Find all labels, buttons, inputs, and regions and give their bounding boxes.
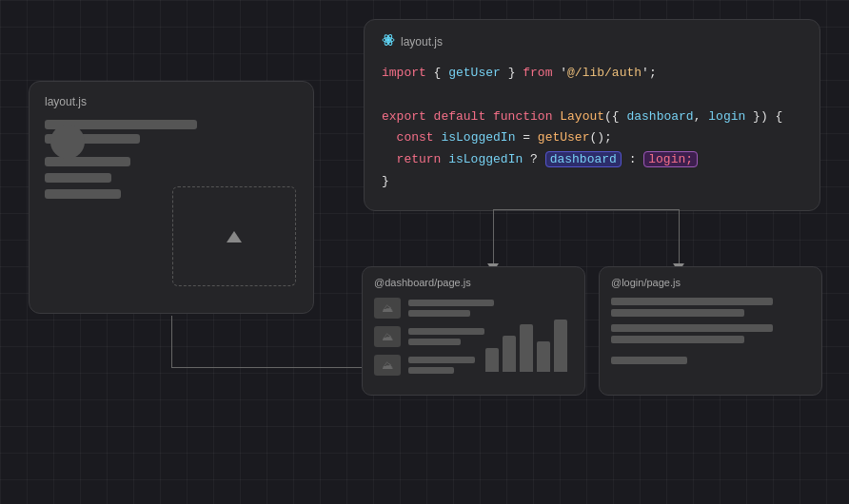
dash-bar bbox=[408, 300, 494, 306]
image-icon-3: ⛰ bbox=[382, 359, 393, 373]
mock-avatar bbox=[50, 125, 85, 159]
bar-item-5 bbox=[554, 320, 567, 372]
dash-bar bbox=[408, 328, 484, 335]
code-line-import: import { getUser } from '@/lib/auth'; bbox=[382, 63, 802, 85]
highlight-dashboard: dashboard bbox=[545, 151, 622, 167]
conn-login-vertical bbox=[679, 209, 680, 266]
login-rows bbox=[611, 298, 810, 364]
react-icon bbox=[382, 33, 395, 49]
code-block: import { getUser } from '@/lib/auth'; ex… bbox=[382, 63, 802, 193]
image-icon-2: ⛰ bbox=[382, 330, 393, 344]
login-bar bbox=[611, 309, 744, 317]
bar-item-2 bbox=[503, 336, 516, 372]
bar-item-3 bbox=[520, 324, 533, 372]
login-card: @login/page.js bbox=[599, 266, 822, 396]
dashboard-card: @dashboard/page.js ⛰ ⛰ ⛰ bbox=[362, 266, 585, 396]
nested-dashed-box bbox=[172, 186, 296, 286]
connector-left-vertical bbox=[171, 316, 172, 368]
code-line-return: return isLoggedIn ? dashboard : login; bbox=[382, 149, 802, 171]
login-row-3 bbox=[611, 357, 810, 364]
image-placeholder-1: ⛰ bbox=[374, 298, 401, 319]
image-placeholder-2: ⛰ bbox=[374, 326, 401, 347]
login-row-1 bbox=[611, 298, 810, 317]
highlight-login: login; bbox=[643, 151, 698, 167]
left-card-title: layout.js bbox=[45, 95, 298, 108]
code-card-title: layout.js bbox=[382, 33, 802, 49]
mock-bar bbox=[45, 157, 130, 166]
login-bar bbox=[611, 298, 773, 305]
dash-bar bbox=[408, 367, 454, 374]
arrow-up-icon bbox=[227, 231, 242, 242]
code-line-close: } bbox=[382, 171, 802, 193]
code-line-export: export default function Layout({ dashboa… bbox=[382, 107, 802, 128]
left-layout-card: layout.js bbox=[29, 81, 314, 314]
conn-dashboard-vertical bbox=[493, 209, 494, 266]
bar-item-1 bbox=[485, 348, 499, 372]
image-placeholder-3: ⛰ bbox=[374, 355, 401, 376]
login-card-title: @login/page.js bbox=[611, 277, 810, 288]
keyword-from: from bbox=[523, 66, 552, 80]
dash-bar bbox=[408, 310, 470, 317]
dashboard-row-1: ⛰ bbox=[374, 298, 573, 319]
mock-bar bbox=[45, 173, 111, 183]
code-line-blank bbox=[382, 85, 802, 107]
login-bar bbox=[611, 336, 744, 343]
bottom-cards-container: @dashboard/page.js ⛰ ⛰ ⛰ bbox=[362, 266, 822, 396]
login-button-bar bbox=[611, 357, 687, 364]
top-row bbox=[45, 120, 298, 144]
login-bar bbox=[611, 324, 773, 332]
code-line-const: const isLoggedIn = getUser(); bbox=[382, 127, 802, 149]
dash-bar bbox=[408, 339, 461, 345]
bar-chart bbox=[485, 323, 567, 376]
bar-item-4 bbox=[537, 341, 550, 372]
dash-bars-1 bbox=[408, 300, 573, 317]
dash-bar bbox=[408, 357, 475, 363]
login-row-2 bbox=[611, 324, 810, 343]
code-card-filename: layout.js bbox=[401, 35, 443, 48]
dashboard-card-title: @dashboard/page.js bbox=[374, 277, 573, 288]
code-card: layout.js import { getUser } from '@/lib… bbox=[364, 19, 820, 211]
keyword-import: import bbox=[382, 66, 426, 80]
connector-left-horizontal bbox=[171, 367, 388, 368]
mock-bar bbox=[45, 189, 121, 199]
conn-horizontal-top bbox=[493, 209, 679, 210]
image-icon-1: ⛰ bbox=[382, 301, 393, 316]
